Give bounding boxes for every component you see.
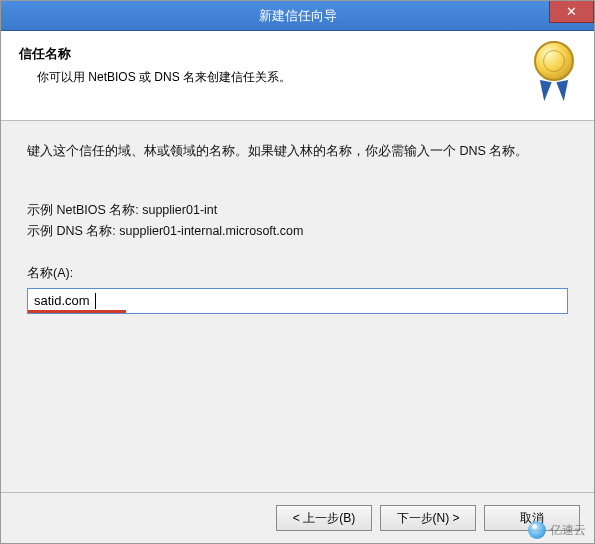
wizard-window: 新建信任向导 ✕ 信任名称 你可以用 NetBIOS 或 DNS 名来创建信任关… bbox=[0, 0, 595, 544]
name-field-label: 名称(A): bbox=[27, 265, 568, 282]
back-button[interactable]: < 上一步(B) bbox=[276, 505, 372, 531]
example-netbios: 示例 NetBIOS 名称: supplier01-int bbox=[27, 200, 568, 221]
close-button[interactable]: ✕ bbox=[549, 1, 594, 23]
header-title: 信任名称 bbox=[19, 45, 576, 63]
next-button[interactable]: 下一步(N) > bbox=[380, 505, 476, 531]
header-text: 信任名称 你可以用 NetBIOS 或 DNS 名来创建信任关系。 bbox=[19, 45, 576, 100]
name-input-wrap bbox=[27, 288, 568, 314]
header-subtitle: 你可以用 NetBIOS 或 DNS 名来创建信任关系。 bbox=[37, 69, 576, 86]
wizard-footer: < 上一步(B) 下一步(N) > 取消 bbox=[1, 492, 594, 543]
close-icon: ✕ bbox=[566, 4, 577, 19]
text-caret bbox=[95, 293, 96, 309]
spellcheck-underline bbox=[28, 310, 126, 313]
examples-block: 示例 NetBIOS 名称: supplier01-int 示例 DNS 名称:… bbox=[27, 200, 568, 243]
wizard-header: 信任名称 你可以用 NetBIOS 或 DNS 名来创建信任关系。 bbox=[1, 31, 594, 121]
titlebar: 新建信任向导 ✕ bbox=[1, 1, 594, 31]
window-title: 新建信任向导 bbox=[1, 7, 594, 25]
instruction-text: 键入这个信任的域、林或领域的名称。如果键入林的名称，你必需输入一个 DNS 名称… bbox=[27, 143, 568, 160]
medal-icon bbox=[532, 41, 576, 101]
example-dns: 示例 DNS 名称: supplier01-internal.microsoft… bbox=[27, 221, 568, 242]
cancel-button[interactable]: 取消 bbox=[484, 505, 580, 531]
wizard-body: 键入这个信任的域、林或领域的名称。如果键入林的名称，你必需输入一个 DNS 名称… bbox=[1, 121, 594, 492]
